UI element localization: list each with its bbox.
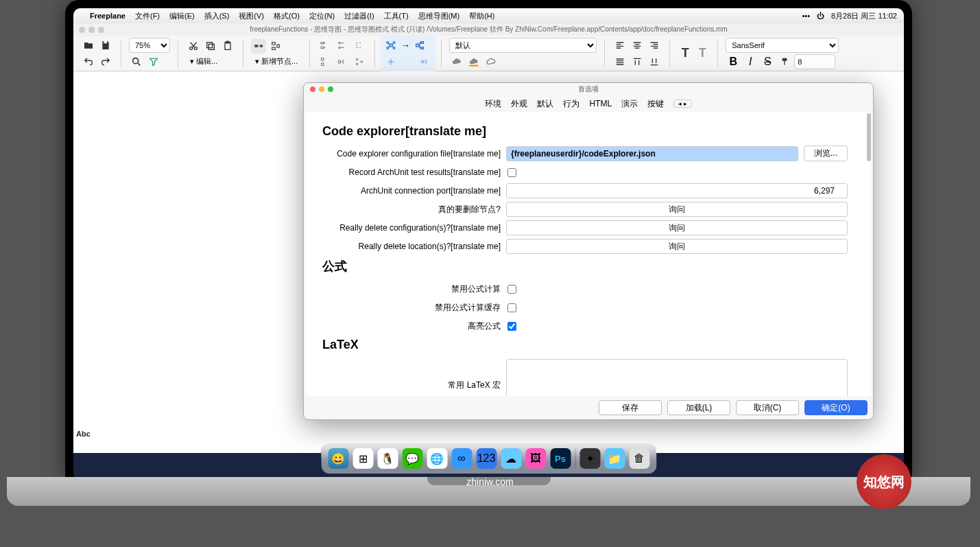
menu-tools[interactable]: 工具(T)	[384, 11, 409, 21]
chrome-icon[interactable]: 🌐	[427, 448, 447, 469]
dialog-close-icon[interactable]	[310, 86, 315, 92]
menu-insert[interactable]: 插入(S)	[204, 11, 230, 21]
tab-appearance[interactable]: 外观	[511, 98, 527, 110]
copy-icon[interactable]	[203, 38, 218, 54]
layout3-icon[interactable]	[352, 38, 367, 53]
menu-mindmap[interactable]: 思维导图(M)	[418, 11, 460, 21]
close-icon[interactable]	[79, 27, 85, 33]
layout6-icon[interactable]	[352, 54, 367, 69]
numbers-icon[interactable]: 123	[476, 448, 497, 469]
align-bottom-icon[interactable]	[647, 54, 662, 69]
add-sibling-icon[interactable]	[268, 38, 283, 54]
new-node-dropdown[interactable]: ▾ 新增节点...	[251, 55, 302, 68]
text-color-icon[interactable]: T	[678, 46, 693, 61]
align-top-icon[interactable]	[630, 54, 645, 69]
save-button[interactable]: 保存	[599, 400, 662, 415]
tab-html[interactable]: HTML	[589, 99, 612, 108]
dialog-tabs: 环境 外观 默认 行为 HTML 演示 按键 ◂ ▸	[304, 95, 873, 112]
photoshop-icon[interactable]: Ps	[550, 448, 571, 469]
cloud-color-icon[interactable]	[466, 54, 481, 69]
zoom-select[interactable]: 75%	[129, 38, 170, 53]
italic-icon[interactable]: I	[743, 54, 758, 69]
delete-config-select[interactable]: 询问	[506, 220, 848, 235]
menubar-switch-icon[interactable]: ⏻	[817, 12, 824, 20]
cloud-style-icon[interactable]	[483, 54, 499, 69]
delete-loc-select[interactable]: 询问	[506, 239, 848, 254]
app-icon[interactable]: ✦	[579, 448, 600, 469]
photos-icon[interactable]: 🖼	[525, 448, 546, 469]
align-right-icon[interactable]	[647, 38, 662, 53]
cut-icon[interactable]	[186, 38, 201, 54]
downloads-icon[interactable]: 📁	[604, 448, 625, 469]
undo-icon[interactable]	[81, 54, 96, 69]
layout4-icon[interactable]	[318, 54, 333, 69]
open-icon[interactable]	[81, 38, 96, 53]
style-select[interactable]: 默认	[449, 38, 597, 53]
layout2-icon[interactable]	[335, 38, 350, 53]
align-center-icon[interactable]	[630, 38, 645, 53]
menubar-dots-icon[interactable]: •••	[802, 12, 810, 20]
dialog-maximize-icon[interactable]	[328, 86, 333, 92]
wechat-icon[interactable]: 💬	[402, 448, 422, 469]
search-icon[interactable]	[129, 54, 144, 69]
arch-port-input[interactable]	[506, 183, 848, 198]
dialog-scrollbar[interactable]	[867, 113, 871, 161]
menu-view[interactable]: 视图(V)	[239, 11, 264, 21]
font-size-input[interactable]	[794, 54, 835, 69]
maximize-icon[interactable]	[98, 27, 104, 33]
filter-icon[interactable]	[146, 54, 161, 69]
paste-icon[interactable]	[220, 38, 235, 54]
edit-dropdown[interactable]: ▾ 编辑...	[186, 55, 235, 68]
align-justify-icon[interactable]	[612, 54, 628, 69]
browse-button[interactable]: 浏览...	[804, 146, 848, 161]
menu-file[interactable]: 文件(F)	[135, 11, 160, 21]
delete-node-select[interactable]: 询问	[506, 202, 848, 217]
tree-icon[interactable]	[412, 38, 427, 53]
qq-icon[interactable]: 🐧	[377, 448, 398, 469]
cancel-button[interactable]: 取消(C)	[736, 400, 799, 415]
menu-navigate[interactable]: 定位(N)	[309, 11, 335, 21]
launchpad-icon[interactable]: ⊞	[352, 448, 373, 469]
latex-macro-textarea[interactable]	[506, 359, 848, 396]
tab-behavior[interactable]: 行为	[563, 98, 579, 110]
mindmap-icon[interactable]	[383, 38, 398, 53]
align-left-icon[interactable]	[612, 38, 628, 53]
paint-icon[interactable]	[777, 54, 792, 69]
tab-keys[interactable]: 按键	[647, 98, 664, 110]
load-button[interactable]: 加载(L)	[667, 400, 730, 415]
menu-edit[interactable]: 编辑(E)	[169, 11, 195, 21]
finder-icon[interactable]: 😀	[328, 448, 348, 469]
branch1-icon[interactable]	[383, 54, 398, 69]
record-arch-checkbox[interactable]	[507, 168, 516, 177]
app-name[interactable]: Freeplane	[90, 12, 126, 20]
branch2-icon[interactable]	[418, 54, 433, 69]
tab-environment[interactable]: 环境	[485, 98, 501, 110]
layout1-icon[interactable]	[318, 38, 333, 53]
tab-presentation[interactable]: 演示	[621, 98, 638, 110]
font-select[interactable]: SansSerif	[726, 38, 839, 53]
disable-calc-checkbox[interactable]	[507, 285, 516, 294]
menu-filter[interactable]: 过滤器(I)	[344, 11, 374, 21]
highlight-checkbox[interactable]	[507, 322, 516, 331]
save-icon[interactable]	[98, 38, 113, 53]
ok-button[interactable]: 确定(O)	[804, 400, 868, 415]
disable-cache-checkbox[interactable]	[507, 303, 516, 312]
config-file-input[interactable]	[506, 146, 798, 161]
svg-rect-9	[272, 43, 276, 45]
icloud-icon[interactable]: ☁	[501, 448, 521, 469]
menu-format[interactable]: 格式(O)	[274, 11, 300, 21]
dialog-minimize-icon[interactable]	[319, 86, 324, 92]
strike-icon[interactable]: S	[760, 54, 775, 69]
add-child-icon[interactable]	[251, 38, 266, 54]
tab-scroll-icon[interactable]: ◂ ▸	[673, 100, 692, 108]
menu-help[interactable]: 帮助(H)	[469, 11, 494, 21]
layout5-icon[interactable]	[335, 54, 350, 69]
bold-icon[interactable]: B	[726, 54, 741, 69]
text-style-icon[interactable]: T	[695, 46, 710, 61]
cloud-app-icon[interactable]: ∞	[451, 448, 472, 469]
trash-icon[interactable]: 🗑	[629, 448, 649, 469]
cloud-icon[interactable]	[449, 54, 464, 69]
minimize-icon[interactable]	[88, 27, 95, 33]
redo-icon[interactable]	[98, 54, 113, 69]
tab-defaults[interactable]: 默认	[537, 98, 553, 110]
